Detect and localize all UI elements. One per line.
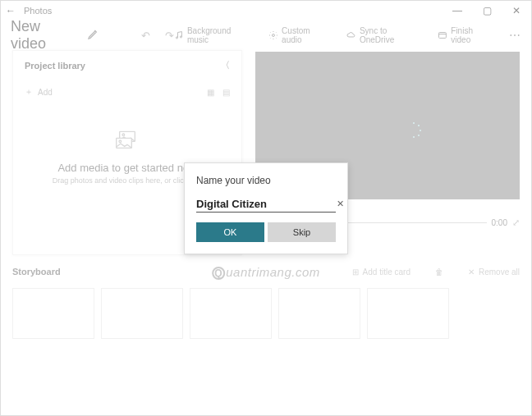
video-name-input[interactable] — [196, 198, 334, 210]
name-video-dialog: Name your video ✕ OK Skip — [184, 162, 348, 254]
ok-button[interactable]: OK — [196, 222, 264, 242]
dialog-title: Name your video — [196, 175, 336, 186]
skip-button[interactable]: Skip — [268, 222, 336, 242]
dialog-overlay: Name your video ✕ OK Skip — [1, 1, 531, 415]
clear-input-icon[interactable]: ✕ — [334, 199, 346, 209]
